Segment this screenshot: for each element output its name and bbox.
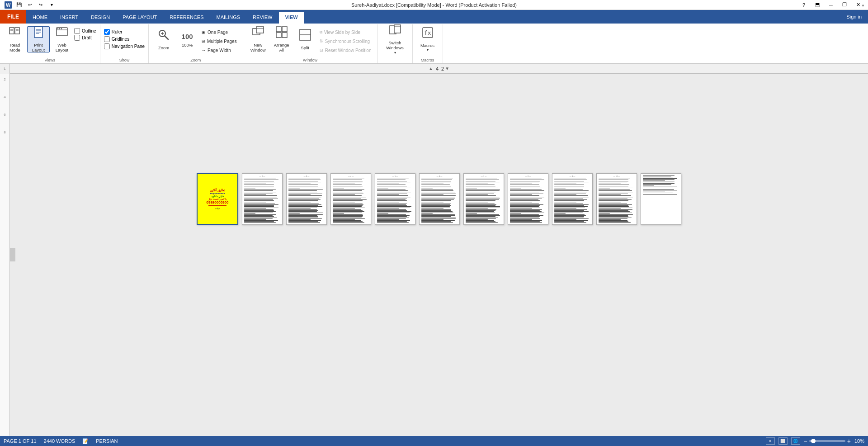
tab-page-layout[interactable]: PAGE LAYOUT [116,12,163,24]
arrange-all-button[interactable]: ArrangeAll [270,26,293,52]
sign-in-button[interactable]: Sign in [840,10,868,24]
svg-rect-26 [282,27,287,32]
window-group-content: NewWindow ArrangeAll [247,26,374,62]
web-layout-button[interactable]: WebLayout [51,26,73,52]
next-page-button[interactable]: ▼ [445,66,449,71]
read-mode-button[interactable]: ReadMode [4,26,26,52]
vertical-ruler: 2 4 6 8 [0,74,10,436]
nav-pane-checkbox[interactable] [104,43,110,49]
views-group-label: Views [0,58,100,62]
one-page-button[interactable]: ▣ One Page [199,28,239,36]
one-page-icon: ▣ [202,30,206,34]
ruler-v-mark-2: 2 [4,77,5,81]
multiple-pages-button[interactable]: ⊞ Multiple Pages [199,37,239,45]
customize-quick-button[interactable]: ▾ [47,0,56,9]
save-quick-button[interactable]: 💾 [14,0,24,9]
switch-windows-arrow: ▾ [394,51,396,55]
print-layout-icon [32,26,45,41]
page-11-lines [642,175,679,195]
page-thumb-2[interactable]: — 2 — [242,173,283,225]
one-page-label: One Page [208,30,228,35]
ribbon-collapse-button[interactable]: ▲ [860,2,866,8]
page-thumb-1[interactable]: تعالیق آنلاین teligraphonline.ir فایل دا… [197,173,238,225]
page-3-content: — 3 — [287,174,326,223]
title-bar-title: Sureh-Aadiyat.docx [Compatibility Mode] … [351,2,517,8]
page-thumb-3[interactable]: — 3 — [286,173,327,225]
restore-button[interactable]: ❐ [838,0,851,9]
undo-quick-button[interactable]: ↩ [25,0,34,9]
tab-insert[interactable]: INSERT [54,12,85,24]
ribbon-group-show: Ruler Gridlines Navigation Pane Show [100,24,149,63]
zoom-group-label: Zoom [149,58,243,62]
page-2-content: — 2 — [242,174,282,223]
print-layout-label: PrintLayout [32,43,45,53]
gridlines-checkbox-label[interactable]: Gridlines [104,36,145,42]
show-group-content: Ruler Gridlines Navigation Pane [104,26,145,62]
draft-checkbox-label[interactable]: Draft [74,35,96,41]
outline-checkbox-label[interactable]: Outline [74,28,96,34]
pages-row: تعالیق آنلاین teligraphonline.ir فایل دا… [197,173,681,225]
draft-checkbox[interactable] [74,35,80,41]
views-checkboxes: Outline Draft [74,26,96,41]
title-bar-left: W 💾 ↩ ↪ ▾ [4,0,56,9]
ribbon-group-macros: fx Macros ▾ Macros [413,24,443,63]
zoom-100-button[interactable]: 100 100% [176,26,198,52]
ribbon-group-window: NewWindow ArrangeAll [243,24,378,63]
ribbon-toggle-button[interactable]: ⬒ [811,0,824,9]
page-width-button[interactable]: ↔ Page Width [199,46,239,54]
zoom-button[interactable]: Zoom [152,26,175,52]
page-thumb-5[interactable]: — 5 — [375,173,415,225]
svg-line-19 [165,36,168,39]
ruler-checkbox[interactable] [104,29,110,35]
tab-view[interactable]: VIEW [279,12,304,24]
views-group-content: ReadMode PrintLayout [4,26,96,62]
prev-page-button[interactable]: ▲ [429,66,433,71]
tab-mailings[interactable]: MAILINGS [210,12,247,24]
minimize-button[interactable]: ─ [825,0,837,9]
page-9-lines: — 9 — [554,175,591,223]
multiple-pages-icon: ⊞ [202,39,205,43]
ribbon-content: ReadMode PrintLayout [0,24,868,63]
switch-windows-label: SwitchWindows [386,40,404,51]
page-thumb-7[interactable]: — 7 — [463,173,504,225]
gridlines-checkbox[interactable] [104,36,110,42]
reset-window-button[interactable]: ⊡ Reset Window Position [317,46,374,54]
outline-checkbox[interactable] [74,28,80,34]
page-thumb-4[interactable]: — 4 — [330,173,371,225]
print-layout-button[interactable]: PrintLayout [27,26,50,52]
page-thumb-6[interactable]: — 6 — [419,173,460,225]
page-thumb-8[interactable]: — 8 — [508,173,548,225]
page-thumb-11[interactable] [641,173,681,225]
scroll-left-indicator[interactable] [10,248,15,261]
tab-design[interactable]: DESIGN [85,12,116,24]
macros-button[interactable]: fx Macros ▾ [416,26,439,52]
svg-point-16 [59,28,60,29]
page-6-content: — 6 — [420,174,459,223]
new-window-button[interactable]: NewWindow [247,26,269,52]
switch-windows-button[interactable]: SwitchWindows ▾ [382,26,409,52]
ruler-checkbox-label[interactable]: Ruler [104,29,145,35]
view-side-by-side-button[interactable]: ⧉ View Side by Side [317,28,374,36]
web-layout-label: WebLayout [56,43,69,53]
nav-pane-label: Navigation Pane [112,44,145,49]
cover-footer: درباب [215,207,220,209]
nav-pane-checkbox-label[interactable]: Navigation Pane [104,43,145,49]
tab-home[interactable]: HOME [26,12,54,24]
multiple-pages-label: Multiple Pages [207,39,237,44]
help-button[interactable]: ? [797,0,810,9]
macros-arrow: ▾ [427,48,429,52]
split-label: Split [301,45,309,50]
tab-references[interactable]: REFERENCES [163,12,210,24]
tab-review[interactable]: REVIEW [246,12,278,24]
switch-windows-group-content: SwitchWindows ▾ [382,26,409,62]
sync-scroll-label: Synchronous Scrolling [325,39,370,44]
show-group-label: Show [100,58,148,62]
page-thumb-9[interactable]: — 9 — [552,173,593,225]
sync-scrolling-button[interactable]: ⇅ Synchronous Scrolling [317,37,374,45]
split-button[interactable]: Split [294,26,316,52]
doc-area: 2 4 6 8 تعالیق آنلاین teligraphonline.ir… [0,74,868,436]
redo-quick-button[interactable]: ↪ [36,0,45,9]
page-count-separator: 2 [441,66,444,71]
tab-file[interactable]: FILE [0,10,26,24]
page-thumb-10[interactable]: — 10 — [596,173,637,225]
